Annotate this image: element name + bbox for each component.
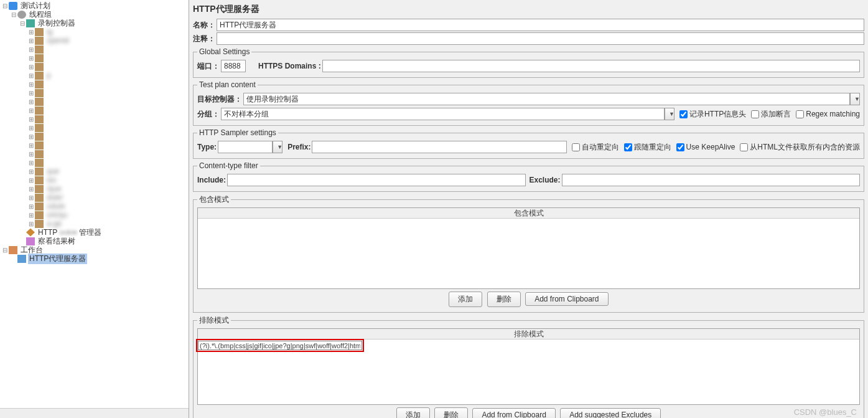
sampler-icon	[35, 124, 44, 132]
add-button[interactable]: 添加	[396, 407, 430, 418]
expand-icon[interactable]: ⊞	[29, 107, 35, 114]
retrieve-embedded-checkbox[interactable]	[740, 143, 748, 151]
tree-cookie-manager[interactable]: HTTP ookie 管理器	[2, 228, 189, 237]
prefix-input[interactable]	[312, 141, 566, 153]
expand-icon[interactable]: ⊞	[29, 159, 35, 166]
grouping-label: 分组：	[197, 109, 221, 120]
collapse-icon[interactable]: ⊟	[2, 2, 9, 9]
tree-sampler[interactable]: ⊞openid	[29, 36, 189, 45]
tree-sampler[interactable]: ⊞ork/qu	[29, 211, 189, 219]
tree-sampler[interactable]: ⊞p	[29, 71, 189, 80]
target-controller-select[interactable]	[243, 93, 850, 105]
sampler-icon	[35, 80, 44, 88]
tree-sampler[interactable]: ⊞a-ge	[29, 219, 189, 228]
exclude-pattern-row[interactable]	[198, 341, 362, 350]
tree-sampler[interactable]: ⊞	[29, 158, 189, 167]
dropdown-icon[interactable]: ▼	[665, 108, 674, 120]
exclude-patterns-legend: 排除模式	[197, 315, 231, 326]
expand-icon[interactable]: ⊞	[29, 151, 35, 158]
tree-proxy-server[interactable]: HTTP代理服务器	[2, 254, 189, 263]
tree-sampler[interactable]: ⊞	[29, 106, 189, 115]
content-panel: HTTP代理服务器 名称： 注释： Global Settings 端口： HT…	[189, 0, 868, 418]
expand-icon[interactable]: ⊞	[29, 55, 35, 62]
dropdown-icon[interactable]: ▼	[850, 93, 860, 105]
tree-sampler[interactable]: ⊞	[29, 150, 189, 158]
keepalive-checkbox[interactable]	[676, 143, 684, 151]
tree-label: HTTP代理服务器	[28, 254, 87, 264]
tree-sampler[interactable]: ⊞	[29, 115, 189, 123]
expand-icon[interactable]: ⊞	[29, 116, 35, 123]
name-input[interactable]	[217, 19, 864, 31]
expand-icon[interactable]: ⊞	[29, 125, 35, 131]
tree-sampler[interactable]: ⊞que	[29, 167, 189, 176]
sampler-icon	[35, 194, 44, 202]
auto-redirect-checkbox[interactable]	[572, 143, 580, 151]
collapse-icon[interactable]: ⊟	[11, 11, 17, 18]
type-select[interactable]	[218, 141, 273, 153]
exclude-patterns-table[interactable]: 排除模式	[197, 328, 860, 405]
tree-sampler[interactable]: ⊞	[29, 88, 189, 97]
expand-icon[interactable]: ⊞	[29, 168, 35, 175]
https-domains-input[interactable]	[322, 60, 860, 72]
sampler-icon	[35, 141, 44, 150]
workbench-icon	[9, 246, 17, 254]
exclude-input[interactable]	[562, 174, 860, 186]
expand-icon[interactable]: ⊞	[29, 64, 35, 70]
tree-sampler[interactable]: ⊞	[29, 62, 189, 71]
delete-button[interactable]: 删除	[487, 292, 521, 307]
expand-icon[interactable]: ⊞	[29, 81, 35, 88]
tree-sampler[interactable]: ⊞	[29, 54, 189, 62]
expand-icon[interactable]: ⊞	[29, 37, 35, 44]
global-settings-legend: Global Settings	[197, 47, 251, 56]
expand-icon[interactable]: ⊞	[29, 98, 35, 105]
expand-icon[interactable]: ⊞	[29, 221, 35, 227]
comment-input[interactable]	[217, 32, 864, 45]
tree-sampler[interactable]: ⊞	[29, 45, 189, 54]
tree-sampler[interactable]: ⊞wo	[29, 176, 189, 184]
collapse-icon[interactable]: ⊟	[2, 247, 9, 254]
tree-thread-group[interactable]: ⊟ 线程组	[2, 10, 189, 19]
tree-sampler[interactable]: ⊞/que	[29, 184, 189, 193]
dropdown-icon[interactable]: ▼	[273, 141, 282, 153]
add-from-clipboard-button[interactable]: Add from Clipboard	[525, 292, 608, 306]
add-button[interactable]: 添加	[449, 292, 482, 307]
collapse-icon[interactable]: ⊟	[20, 20, 26, 27]
include-patterns-table[interactable]: 包含模式	[197, 207, 860, 289]
include-input[interactable]	[227, 174, 525, 186]
delete-button[interactable]: 删除	[434, 407, 468, 418]
tree-sampler[interactable]: ⊞	[29, 123, 189, 132]
exclude-patterns-header: 排除模式	[198, 329, 859, 340]
expand-icon[interactable]: ⊞	[29, 142, 35, 149]
expand-icon[interactable]: ⊞	[29, 29, 35, 36]
horizontal-scrollbar[interactable]	[0, 408, 189, 418]
expand-icon[interactable]: ⊞	[29, 194, 35, 201]
expand-icon[interactable]: ⊞	[29, 186, 35, 192]
tree-sampler[interactable]: ⊞ig	[29, 27, 189, 36]
add-assertion-checkbox[interactable]	[751, 110, 759, 118]
tree-sampler[interactable]: ⊞	[29, 132, 189, 141]
expand-icon[interactable]: ⊞	[29, 212, 35, 219]
tree-sampler[interactable]: ⊞	[29, 80, 189, 88]
keepalive-label: Use KeepAlive	[686, 143, 735, 151]
expand-icon[interactable]: ⊞	[29, 203, 35, 210]
follow-redirect-checkbox[interactable]	[624, 143, 632, 151]
sampler-icon	[35, 176, 44, 184]
add-suggested-excludes-button[interactable]: Add suggested Excludes	[560, 408, 661, 418]
expand-icon[interactable]: ⊞	[29, 90, 35, 97]
expand-icon[interactable]: ⊞	[29, 72, 35, 79]
tree-sampler[interactable]: ⊞	[29, 141, 189, 150]
expand-icon[interactable]: ⊞	[29, 133, 35, 140]
add-from-clipboard-button[interactable]: Add from Clipboard	[472, 408, 555, 418]
grouping-select[interactable]	[221, 108, 665, 120]
port-input[interactable]	[221, 60, 246, 72]
tree-sampler[interactable]: ⊞dule/	[29, 193, 189, 202]
expand-icon[interactable]: ⊞	[29, 177, 35, 184]
sampler-icon	[35, 202, 44, 211]
tree-recording-controller[interactable]: ⊟ 录制控制器	[2, 19, 189, 27]
regex-matching-checkbox[interactable]	[796, 110, 804, 118]
expand-icon[interactable]: ⊞	[29, 46, 35, 53]
tree-sampler[interactable]: ⊞odule	[29, 202, 189, 211]
sampler-icon	[35, 107, 44, 115]
tree-sampler[interactable]: ⊞	[29, 97, 189, 106]
record-headers-checkbox[interactable]	[679, 110, 688, 118]
